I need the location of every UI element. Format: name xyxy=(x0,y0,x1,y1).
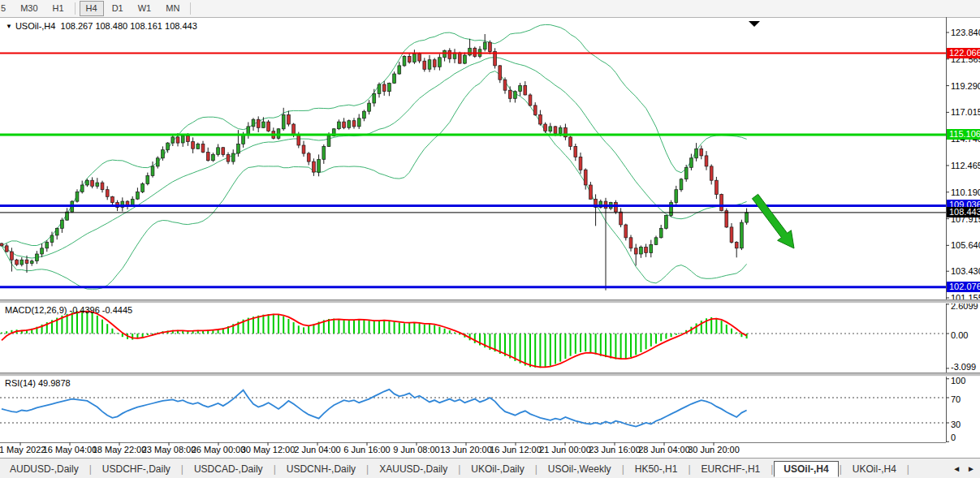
mt4-terminal-window: 5M30H1H4D1W1MN ▼USOil-,H4 108.267 108.48… xyxy=(0,0,980,478)
price-axis-tick: 117.015 xyxy=(951,107,980,117)
rsi-axis-tick: 30 xyxy=(951,420,961,429)
price-axis-tick: 119.290 xyxy=(951,81,980,91)
price-axis-tick: 105.640 xyxy=(951,240,980,250)
rsi-axis-tick: 100 xyxy=(951,376,965,385)
chart-tab-xauusd-daily[interactable]: XAUUSD-,Daily xyxy=(369,461,457,477)
tab-scroll-left-icon[interactable]: ◄ xyxy=(952,464,961,473)
macd-axis-tick: -3.099 xyxy=(951,362,976,372)
macd-axis-tick: 0.00 xyxy=(951,330,968,340)
tab-separator: | xyxy=(622,463,624,475)
chart-tab-hk50-h1[interactable]: HK50-,H1 xyxy=(625,461,688,477)
chart-symbol: USOil-,H4 xyxy=(15,21,56,31)
chart-ohlc-values: 108.267 108.480 108.161 108.443 xyxy=(61,21,197,31)
rsi-axis-tick: 0 xyxy=(951,433,956,442)
chart-tab-audusd-daily[interactable]: AUDUSD-,Daily xyxy=(0,461,89,477)
price-chart-canvas[interactable] xyxy=(0,0,980,478)
chart-tab-usoil-h4[interactable]: USOil-,H4 xyxy=(774,461,838,477)
pane-splitter-rsi[interactable] xyxy=(0,372,980,377)
time-axis-label: 30 Jun 20:00 xyxy=(679,445,749,454)
price-level-label-108.443: 108.443 xyxy=(947,207,980,217)
rsi-axis-tick: 70 xyxy=(951,394,961,404)
chart-tab-eurchf-h1[interactable]: EURCHF-,H1 xyxy=(692,461,771,477)
chart-tab-ukoil-h4[interactable]: UKOil-,H4 xyxy=(843,461,906,477)
macd-indicator-label: MACD(12,26,9) -0.4396 -0.4445 xyxy=(5,305,132,315)
tab-separator: | xyxy=(535,463,537,475)
tab-separator: | xyxy=(840,463,842,475)
tab-separator: | xyxy=(771,463,773,475)
pane-splitter-macd[interactable] xyxy=(0,299,980,304)
price-axis-tick: 112.465 xyxy=(951,161,980,170)
chart-tab-ukoil-daily[interactable]: UKOil-,Daily xyxy=(461,461,533,477)
tab-separator: | xyxy=(89,463,92,475)
tab-separator: | xyxy=(688,463,690,475)
tab-scroll-right-icon[interactable]: ► xyxy=(967,464,975,473)
price-axis-tick: 123.840 xyxy=(951,28,980,37)
tab-separator: | xyxy=(274,463,276,475)
tab-separator: | xyxy=(458,463,460,475)
chart-tab-usdcnh-daily[interactable]: USDCNH-,Daily xyxy=(277,461,365,477)
symbol-marker-icon: ▼ xyxy=(6,23,12,30)
chart-tab-bar: AUDUSD-,Daily|USDCHF-,Daily|USDCAD-,Dail… xyxy=(0,458,980,478)
price-level-label-115.106: 115.106 xyxy=(947,129,980,140)
price-axis-tick: 110.190 xyxy=(951,187,980,197)
chart-area[interactable]: ▼USOil-,H4 108.267 108.480 108.161 108.4… xyxy=(0,17,980,458)
price-level-label-122.066: 122.066 xyxy=(947,48,980,58)
rsi-indicator-label: RSI(14) 49.9878 xyxy=(5,378,71,388)
tab-separator: | xyxy=(366,463,369,475)
tab-separator: | xyxy=(181,463,183,475)
chart-tab-usdchf-daily[interactable]: USDCHF-,Daily xyxy=(93,461,180,477)
chart-tab-usdcad-daily[interactable]: USDCAD-,Daily xyxy=(184,461,273,477)
price-level-label-102.076: 102.076 xyxy=(947,282,980,292)
tab-separator: | xyxy=(907,463,909,475)
chart-tab-usoil-weekly[interactable]: USOil-,Weekly xyxy=(538,461,621,477)
price-axis-tick: 103.430 xyxy=(951,266,980,276)
chart-title: ▼USOil-,H4 108.267 108.480 108.161 108.4… xyxy=(6,21,197,31)
